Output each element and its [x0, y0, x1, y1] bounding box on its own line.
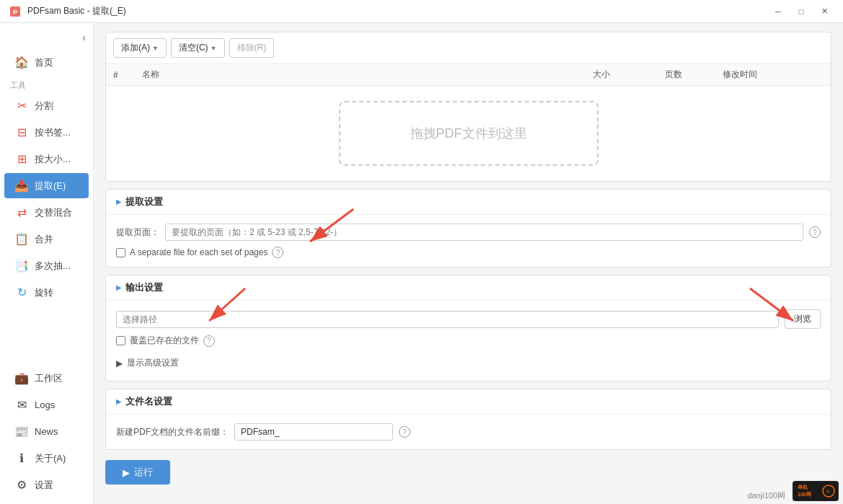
settings-icon: ⚙: [14, 478, 29, 492]
extract-settings-triangle: ▶: [116, 198, 121, 205]
maximize-button[interactable]: □: [791, 4, 811, 19]
sidebar-item-settings-label: 设置: [35, 479, 53, 492]
sidebar-item-multiple[interactable]: 📑 多次抽...: [4, 253, 89, 278]
sidebar-item-home-label: 首页: [35, 56, 53, 69]
drop-zone-row: 拖拽PDF文件到这里: [106, 86, 831, 182]
run-button[interactable]: ▶ 运行: [105, 460, 170, 485]
main-content: 添加(A) ▼ 清空(C) ▼ 移除(R) # 名称 大小 页数 修改时间: [94, 23, 843, 504]
separate-file-help-icon[interactable]: ?: [272, 247, 283, 258]
file-panel: 添加(A) ▼ 清空(C) ▼ 移除(R) # 名称 大小 页数 修改时间: [105, 32, 831, 182]
sidebar-item-settings[interactable]: ⚙ 设置: [4, 472, 89, 498]
window-title: PDFsam Basic - 提取(_E): [27, 5, 768, 17]
svg-text:+: +: [826, 488, 830, 495]
filename-prefix-help-icon[interactable]: ?: [399, 426, 410, 438]
sidebar-item-alternate[interactable]: ⇄ 交替混合: [4, 200, 89, 225]
sidebar-item-size[interactable]: ⊞ 按大小...: [4, 146, 89, 172]
output-settings-body: 浏览 覆盖已存在的文件 ? ▶ 显示高级设置: [106, 301, 831, 381]
page-range-input[interactable]: [165, 224, 803, 241]
overwrite-help-icon[interactable]: ?: [203, 335, 215, 347]
page-range-label: 提取页面：: [116, 226, 159, 239]
separate-file-row: A separate file for each set of pages ?: [116, 247, 821, 258]
drop-zone-inner: 拖拽PDF文件到这里: [339, 101, 599, 166]
clear-button[interactable]: 清空(C) ▼: [171, 38, 225, 58]
separate-file-checkbox[interactable]: [116, 248, 125, 257]
output-settings-triangle: ▶: [116, 284, 121, 291]
extract-settings-header[interactable]: ▶ 提取设置: [106, 190, 831, 215]
sidebar-item-logs-label: Logs: [35, 399, 55, 410]
filename-prefix-input[interactable]: [234, 423, 393, 441]
output-path-input[interactable]: [116, 311, 779, 328]
extract-settings-section: ▶ 提取设置 提取页面： ? A separate file for each …: [105, 189, 831, 268]
advanced-arrow: ▶: [116, 358, 123, 368]
col-header-pages: 页数: [658, 64, 715, 86]
sidebar-item-bookmark-label: 按书签...: [35, 126, 71, 139]
output-path-row: 浏览: [116, 309, 821, 329]
about-icon: ℹ: [14, 451, 29, 465]
overwrite-row: 覆盖已存在的文件 ?: [116, 335, 821, 347]
logs-icon: ✉: [14, 398, 29, 412]
extract-settings-body: 提取页面： ? A separate file for each set of …: [106, 215, 831, 267]
sidebar-item-logs[interactable]: ✉ Logs: [4, 392, 89, 417]
sidebar-item-bookmark[interactable]: ⊟ 按书签...: [4, 120, 89, 145]
add-button[interactable]: 添加(A) ▼: [113, 38, 167, 58]
col-header-mtime: 修改时间: [715, 64, 831, 86]
page-range-help-icon[interactable]: ?: [809, 226, 821, 238]
separate-file-label: A separate file for each set of pages: [130, 247, 268, 257]
collapse-button[interactable]: ‹: [82, 32, 86, 43]
sidebar-item-split-label: 分割: [35, 100, 53, 112]
svg-text:100网: 100网: [798, 492, 811, 497]
sidebar-item-size-label: 按大小...: [35, 153, 71, 166]
drop-zone[interactable]: 拖拽PDF文件到这里: [113, 90, 824, 177]
minimize-button[interactable]: ─: [768, 4, 788, 19]
svg-text:单机: 单机: [798, 484, 808, 490]
split-icon: ✂: [14, 99, 29, 112]
titlebar: P PDFsam Basic - 提取(_E) ─ □ ✕: [0, 0, 843, 23]
advanced-settings-toggle[interactable]: ▶ 显示高级设置: [116, 351, 821, 372]
watermark-logo: 单机 100网 +: [793, 481, 839, 501]
sidebar-item-split[interactable]: ✂ 分割: [4, 93, 89, 118]
remove-button[interactable]: 移除(R): [229, 38, 275, 58]
sidebar-item-home[interactable]: 🏠 首页: [4, 50, 89, 75]
filename-settings-triangle: ▶: [116, 398, 121, 405]
run-bar: ▶ 运行: [105, 457, 831, 490]
window-controls: ─ □ ✕: [768, 4, 834, 19]
bookmark-icon: ⊟: [14, 125, 29, 139]
output-settings-section: ▶ 输出设置 浏览 覆盖已存在的文件 ? ▶ 显示高级设置: [105, 275, 831, 381]
tools-section-label: 工具: [0, 76, 93, 92]
output-settings-header[interactable]: ▶ 输出设置: [106, 275, 831, 301]
close-button[interactable]: ✕: [814, 4, 834, 19]
add-label: 添加(A): [121, 42, 150, 54]
sidebar-item-extract[interactable]: 📤 提取(E): [4, 173, 89, 198]
add-dropdown-arrow: ▼: [152, 45, 159, 52]
merge-icon: 📋: [14, 232, 29, 246]
run-label: 运行: [134, 466, 153, 479]
app-logo: P: [9, 5, 22, 18]
sidebar-item-merge-label: 合并: [35, 233, 53, 246]
sidebar-item-about[interactable]: ℹ 关于(A): [4, 446, 89, 471]
filename-settings-section: ▶ 文件名设置 新建PDF文档的文件名前缀： ?: [105, 389, 831, 450]
col-header-size: 大小: [586, 64, 658, 86]
file-table: # 名称 大小 页数 修改时间 拖拽PDF文件到这里: [106, 64, 831, 181]
extract-icon: 📤: [14, 179, 29, 193]
overwrite-checkbox[interactable]: [116, 336, 125, 345]
clear-dropdown-arrow: ▼: [211, 45, 217, 52]
filename-settings-title: 文件名设置: [125, 395, 172, 408]
filename-prefix-row: 新建PDF文档的文件名前缀： ?: [116, 423, 821, 441]
filename-settings-body: 新建PDF文档的文件名前缀： ?: [106, 415, 831, 449]
alternate-icon: ⇄: [14, 205, 29, 219]
sidebar-item-rotate-label: 旋转: [35, 286, 53, 299]
rotate-icon: ↻: [14, 286, 29, 299]
sidebar-item-news[interactable]: 📰 News: [4, 419, 89, 444]
sidebar-item-alternate-label: 交替混合: [35, 206, 72, 219]
news-icon: 📰: [14, 425, 29, 438]
home-icon: 🏠: [14, 56, 29, 69]
page-range-row: 提取页面： ?: [116, 224, 821, 241]
sidebar-item-merge[interactable]: 📋 合并: [4, 226, 89, 252]
filename-settings-header[interactable]: ▶ 文件名设置: [106, 389, 831, 415]
browse-button[interactable]: 浏览: [785, 309, 821, 329]
sidebar-item-workspace[interactable]: 💼 工作区: [4, 366, 89, 391]
sidebar-item-rotate[interactable]: ↻ 旋转: [4, 280, 89, 305]
clear-label: 清空(C): [179, 42, 208, 54]
size-icon: ⊞: [14, 152, 29, 166]
watermark-text: danji100网: [747, 490, 785, 501]
